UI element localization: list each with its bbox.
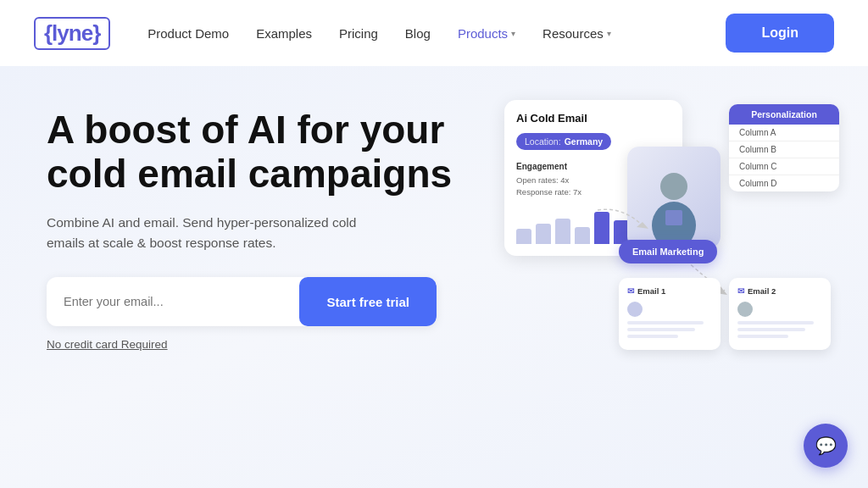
column-a: Column A — [729, 125, 839, 141]
email-2-icon: ✉ — [737, 286, 744, 296]
hero-left: A boost of AI for your cold email campai… — [47, 100, 462, 351]
resources-dropdown-arrow: ▾ — [607, 29, 611, 38]
login-button[interactable]: Login — [726, 14, 834, 53]
email-1-avatar — [627, 302, 643, 317]
logo[interactable]: {lyne} — [34, 17, 110, 50]
person-card — [627, 147, 721, 248]
bar-1 — [516, 229, 531, 244]
column-d: Column D — [729, 175, 839, 191]
bar-4 — [575, 227, 590, 244]
email-2-avatar — [737, 302, 753, 317]
chat-bubble-icon: 💬 — [815, 435, 837, 456]
nav-links: Product Demo Examples Pricing Blog Produ… — [137, 21, 726, 46]
person-silhouette — [640, 168, 708, 248]
email-2-title: ✉ Email 2 — [737, 286, 822, 296]
hero-section: A boost of AI for your cold email campai… — [0, 66, 868, 488]
column-b: Column B — [729, 141, 839, 158]
nav-product-demo[interactable]: Product Demo — [137, 21, 239, 46]
nav-resources[interactable]: Resources ▾ — [532, 21, 621, 46]
hero-title: A boost of AI for your cold email campai… — [47, 108, 462, 196]
email-1-line-2 — [627, 328, 695, 331]
email-input[interactable] — [47, 295, 299, 308]
nav-products[interactable]: Products ▾ — [448, 21, 526, 46]
hero-right: Ai Cold Email Location: Germany Engageme… — [487, 100, 834, 471]
logo-text: {lyne} — [34, 17, 110, 50]
hero-subtitle: Combine AI and email. Send hyper-persona… — [47, 213, 386, 253]
personalization-card: Personalization Column A Column B Column… — [729, 104, 839, 191]
location-badge: Location: Germany — [516, 133, 611, 150]
location-value: Germany — [565, 136, 604, 147]
location-label: Location: — [525, 136, 561, 147]
chat-bubble-button[interactable]: 💬 — [804, 424, 848, 468]
email-form: Start free trial — [47, 277, 437, 326]
svg-rect-2 — [665, 210, 682, 225]
nav-blog[interactable]: Blog — [395, 21, 441, 46]
personalization-header: Personalization — [729, 104, 839, 125]
email-1-card: ✉ Email 1 — [619, 278, 721, 350]
email-1-line-3 — [627, 335, 678, 338]
email-2-card: ✉ Email 2 — [729, 278, 831, 350]
email-1-icon: ✉ — [627, 286, 634, 296]
email-2-line-1 — [737, 321, 814, 324]
nav-examples[interactable]: Examples — [246, 21, 322, 46]
email-1-line-1 — [627, 321, 704, 324]
nav-pricing[interactable]: Pricing — [329, 21, 388, 46]
ai-cold-email-title: Ai Cold Email — [516, 112, 670, 125]
bar-5 — [594, 212, 609, 244]
navbar: {lyne} Product Demo Examples Pricing Blo… — [0, 0, 868, 66]
products-dropdown-arrow: ▾ — [511, 29, 515, 38]
email-2-line-2 — [737, 328, 805, 331]
no-credit-card-label[interactable]: No credit card Required — [47, 338, 462, 351]
bar-2 — [536, 224, 551, 244]
email-marketing-badge: Email Marketing — [619, 240, 717, 263]
email-1-title: ✉ Email 1 — [627, 286, 712, 296]
svg-point-0 — [660, 173, 687, 200]
bar-3 — [555, 219, 570, 244]
cta-button[interactable]: Start free trial — [299, 277, 437, 326]
column-c: Column C — [729, 158, 839, 175]
email-2-line-3 — [737, 335, 788, 338]
